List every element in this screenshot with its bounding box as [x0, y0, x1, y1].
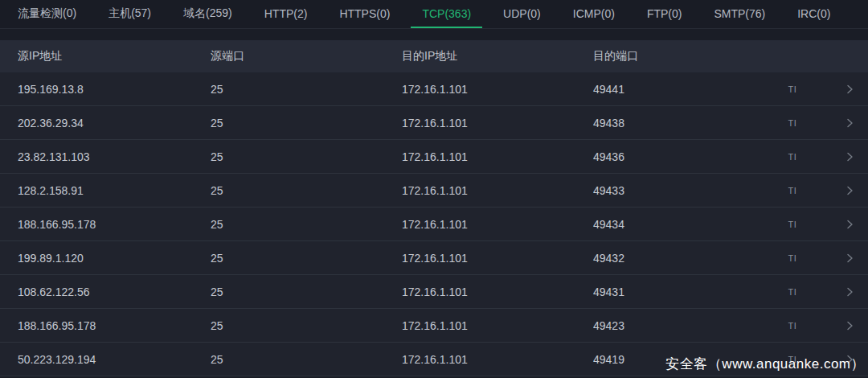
chevron-right-icon[interactable] [810, 320, 855, 331]
tab-label: FTP(0) [647, 7, 682, 20]
src-ip-value: 188.166.95.178 [18, 218, 211, 231]
table-row[interactable]: 23.82.131.103 25 172.16.1.101 49436 TI [0, 140, 868, 174]
table-header: 源IP地址源端口目的IP地址目的端口 [0, 40, 868, 72]
chevron-right-icon[interactable] [810, 84, 855, 95]
dst-ip-value: 172.16.1.101 [402, 218, 593, 231]
column-header-dst-port: 目的端口 [593, 49, 775, 64]
dst-port-value: 49432 [593, 252, 775, 265]
tab-label: TCP(363) [422, 7, 471, 20]
tab-domain[interactable]: 域名(259) [172, 0, 244, 28]
connection-table: 195.169.13.8 25 172.16.1.101 49441 TI 20… [0, 72, 868, 376]
dst-port-value: 49438 [593, 117, 775, 129]
ti-tag[interactable]: TI [775, 118, 810, 128]
ti-tag[interactable]: TI [775, 186, 810, 195]
dst-port-value: 49441 [593, 83, 775, 96]
tab-label: UDP(0) [503, 7, 541, 20]
chevron-right-icon[interactable] [810, 185, 855, 196]
ti-tag[interactable]: TI [775, 220, 810, 229]
tab-traffic-detection[interactable]: 流量检测(0) [6, 0, 88, 28]
tab-label: SMTP(76) [714, 7, 765, 20]
src-port-value: 25 [211, 319, 402, 332]
tab-ftp[interactable]: FTP(0) [636, 0, 694, 28]
table-row[interactable]: 199.89.1.120 25 172.16.1.101 49432 TI [0, 241, 868, 275]
src-ip-value: 128.2.158.91 [18, 184, 211, 197]
src-port-value: 25 [211, 252, 402, 265]
table-row[interactable]: 202.36.29.34 25 172.16.1.101 49438 TI [0, 106, 868, 140]
ti-tag[interactable]: TI [775, 287, 810, 297]
table-row[interactable]: 128.2.158.91 25 172.16.1.101 49433 TI [0, 174, 868, 207]
tab-smtp[interactable]: SMTP(76) [702, 0, 776, 28]
tab-http[interactable]: HTTP(2) [253, 0, 319, 28]
src-port-value: 25 [211, 286, 402, 298]
dst-ip-value: 172.16.1.101 [402, 117, 593, 129]
src-ip-value: 188.166.95.178 [18, 319, 211, 332]
src-port-value: 25 [211, 218, 402, 231]
tab-irc[interactable]: IRC(0) [786, 0, 841, 28]
dst-ip-value: 172.16.1.101 [402, 252, 593, 265]
src-port-value: 25 [211, 83, 402, 96]
tab-label: 流量检测(0) [18, 6, 76, 21]
src-ip-value: 195.169.13.8 [18, 83, 211, 96]
dst-ip-value: 172.16.1.101 [402, 184, 593, 197]
tab-icmp[interactable]: ICMP(0) [562, 0, 626, 28]
dst-ip-value: 172.16.1.101 [402, 353, 593, 366]
column-header-src-ip: 源IP地址 [18, 49, 211, 64]
tab-host[interactable]: 主机(57) [97, 0, 162, 28]
src-port-value: 25 [211, 184, 402, 197]
dst-port-value: 49434 [593, 218, 775, 231]
dst-port-value: 49423 [593, 319, 775, 332]
tab-label: 域名(259) [183, 6, 232, 21]
chevron-right-icon[interactable] [810, 253, 855, 264]
watermark: 安全客（www.anquanke.com） [665, 355, 865, 373]
src-ip-value: 108.62.122.56 [18, 286, 211, 298]
chevron-right-icon[interactable] [810, 286, 855, 298]
src-ip-value: 23.82.131.103 [18, 150, 211, 163]
src-port-value: 25 [211, 353, 402, 366]
tab-label: HTTP(2) [264, 7, 308, 20]
dst-ip-value: 172.16.1.101 [402, 83, 593, 96]
dst-port-value: 49433 [593, 184, 775, 197]
tab-https[interactable]: HTTPS(0) [328, 0, 401, 28]
tab-label: ICMP(0) [573, 7, 615, 20]
dst-port-value: 49436 [593, 150, 775, 163]
table-row[interactable]: 108.62.122.56 25 172.16.1.101 49431 TI [0, 275, 868, 309]
column-header-src-port: 源端口 [211, 49, 402, 64]
tab-tcp[interactable]: TCP(363) [411, 0, 482, 28]
src-port-value: 25 [211, 150, 402, 163]
table-row[interactable]: 188.166.95.178 25 172.16.1.101 49423 TI [0, 309, 868, 343]
src-ip-value: 50.223.129.194 [18, 353, 211, 366]
protocol-tab-bar: 流量检测(0) 主机(57) 域名(259) HTTP(2) HTTPS(0) … [0, 0, 868, 29]
tab-label: 主机(57) [108, 6, 151, 21]
ti-tag[interactable]: TI [775, 253, 810, 263]
dst-ip-value: 172.16.1.101 [402, 150, 593, 163]
src-port-value: 25 [211, 117, 402, 129]
dst-ip-value: 172.16.1.101 [402, 319, 593, 332]
tab-label: HTTPS(0) [339, 7, 390, 20]
dst-port-value: 49431 [593, 286, 775, 298]
chevron-right-icon[interactable] [810, 219, 855, 230]
chevron-right-icon[interactable] [810, 151, 855, 162]
src-ip-value: 199.89.1.120 [18, 252, 211, 265]
ti-tag[interactable]: TI [775, 152, 810, 162]
tab-label: IRC(0) [797, 7, 830, 20]
dst-ip-value: 172.16.1.101 [402, 286, 593, 298]
ti-tag[interactable]: TI [775, 84, 810, 94]
column-header-dst-ip: 目的IP地址 [402, 49, 593, 64]
chevron-right-icon[interactable] [810, 117, 855, 129]
ti-tag[interactable]: TI [775, 321, 810, 331]
src-ip-value: 202.36.29.34 [18, 117, 211, 129]
table-row[interactable]: 195.169.13.8 25 172.16.1.101 49441 TI [0, 72, 868, 106]
tab-udp[interactable]: UDP(0) [492, 0, 552, 28]
table-row[interactable]: 188.166.95.178 25 172.16.1.101 49434 TI [0, 207, 868, 241]
